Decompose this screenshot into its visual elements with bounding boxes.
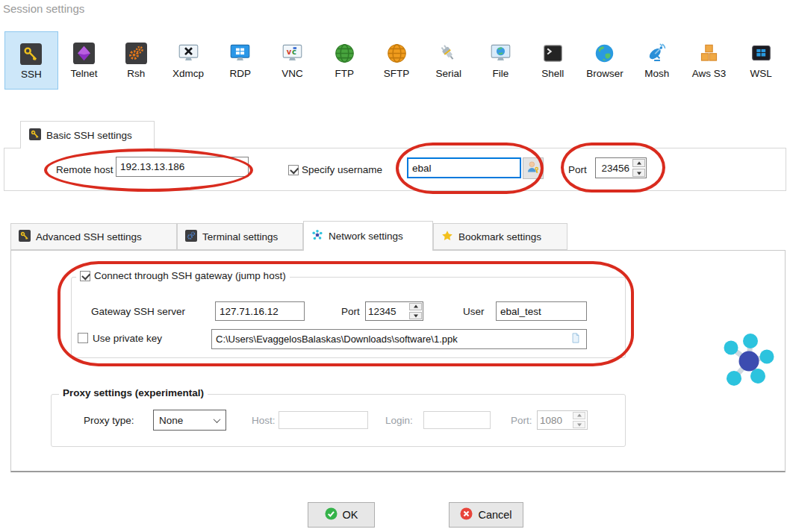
proxy-login-label: Login: [385,415,413,426]
proxy-port-label: Port: [511,415,532,426]
spin-down-button[interactable] [409,312,422,319]
session-type-label: WSL [750,68,772,79]
proxy-host-input[interactable] [279,411,368,429]
tab-terminal-settings[interactable]: Terminal settings [177,223,303,250]
gateway-enable-label: Connect through SSH gateway (jump host) [94,270,286,281]
gateway-port-spinner[interactable]: 12345 [365,301,423,321]
network-hub-illustration-icon [706,319,790,405]
port-spinner[interactable]: 23456 [595,157,647,178]
gateway-legend: Connect through SSH gateway (jump host) [76,270,290,281]
gateway-port-label: Port [341,306,360,317]
spin-down-button[interactable] [632,169,645,177]
x11-monitor-icon [178,40,199,66]
window-title: Session settings [3,2,84,15]
session-type-label: Shell [541,68,564,79]
session-type-sftp[interactable]: SFTP [370,31,423,90]
gears-icon [125,40,147,66]
proxy-settings-group: Proxy settings (experimental) Proxy type… [51,394,626,447]
ssh-key-icon [19,230,31,244]
session-type-label: VNC [282,68,303,79]
document-icon[interactable] [570,333,581,345]
session-type-label: Rsh [127,68,145,79]
proxy-group-title: Proxy settings (experimental) [59,387,208,398]
orange-globe-icon [386,40,408,66]
vnc-monitor-icon: vc [282,40,303,66]
terminal-icon [542,40,564,66]
ssh-key-icon [29,128,41,143]
use-private-key-checkbox[interactable] [78,333,88,343]
gateway-user-input[interactable] [496,301,587,321]
spin-up-button[interactable] [632,159,645,167]
port-value[interactable]: 23456 [596,158,632,178]
proxy-type-select[interactable]: None [153,410,226,431]
remote-host-input[interactable] [116,157,249,177]
specify-username-label: Specify username [302,164,382,175]
session-settings-dialog: Session settings SSH Telnet Rsh Xdmcp RD… [0,0,790,532]
session-type-label: SFTP [384,68,410,79]
tab-label: Bookmark settings [458,231,541,242]
svg-text:v: v [287,48,292,56]
session-type-label: Telnet [71,68,98,79]
gateway-enable-checkbox[interactable] [80,271,90,281]
specify-username-checkbox[interactable] [288,165,299,175]
session-type-shell[interactable]: Shell [526,31,579,90]
tab-network-settings[interactable]: Network settings [303,221,433,251]
private-key-path-input[interactable] [211,329,587,349]
session-type-rdp[interactable]: RDP [214,31,267,90]
session-type-ftp[interactable]: FTP [318,31,370,90]
spin-down-button [573,421,585,428]
check-circle-icon [325,507,338,522]
terminal-gears-icon [185,230,197,244]
session-type-xdmcp[interactable]: Xdmcp [162,31,214,90]
gateway-server-input[interactable] [215,301,305,321]
proxy-type-value: None [154,415,208,426]
satellite-dish-icon [646,40,668,66]
session-type-browser[interactable]: Browser [579,31,631,90]
session-type-telnet[interactable]: Telnet [58,31,111,90]
username-input[interactable] [407,157,521,178]
tab-label: Basic SSH settings [46,130,132,141]
proxy-login-input[interactable] [423,411,491,429]
gateway-port-value[interactable]: 12345 [366,302,408,320]
session-type-mosh[interactable]: Mosh [631,31,683,90]
spin-up-button [573,412,585,419]
proxy-type-label: Proxy type: [84,415,134,426]
session-type-label: Serial [435,68,461,79]
tab-bookmark-settings[interactable]: Bookmark settings [433,223,567,250]
port-label: Port [568,164,587,175]
spin-up-button[interactable] [409,303,422,310]
select-user-button[interactable] [523,157,544,179]
session-type-label: Browser [586,68,623,79]
session-type-label: RDP [230,68,252,79]
session-type-label: SSH [21,69,42,80]
session-type-bar: SSH Telnet Rsh Xdmcp RDP vc VNC FTP SFTP [4,31,787,91]
ssh-gateway-group: Connect through SSH gateway (jump host) … [71,277,626,358]
session-type-ssh[interactable]: SSH [4,31,58,90]
tab-advanced-ssh-settings[interactable]: Advanced SSH settings [10,223,177,250]
file-transfer-monitor-icon [490,40,511,66]
cancel-button[interactable]: Cancel [449,502,523,528]
session-type-vnc[interactable]: vc VNC [267,31,319,90]
proxy-port-spinner: 1080 [537,410,588,430]
cancel-button-label: Cancel [478,509,511,521]
remote-host-label: Remote host * [56,164,120,175]
gem-icon [73,40,95,66]
session-type-label: Xdmcp [172,68,204,79]
gateway-user-label: User [463,306,485,317]
session-type-rsh[interactable]: Rsh [110,31,162,90]
ok-button[interactable]: OK [308,502,375,528]
star-icon [441,230,453,244]
tab-label: Terminal settings [202,231,278,242]
tab-basic-ssh-settings[interactable]: Basic SSH settings [20,121,155,148]
s3-cubes-icon [698,40,720,66]
chevron-down-icon [208,410,226,430]
session-type-aws-s3[interactable]: Aws S3 [683,31,735,90]
proxy-port-value: 1080 [538,411,572,429]
session-type-serial[interactable]: Serial [423,31,475,90]
session-type-file[interactable]: File [475,31,527,90]
ok-button-label: OK [343,509,358,521]
plug-icon [438,40,459,66]
gateway-server-label: Gateway SSH server [91,306,185,317]
browser-globe-icon [594,40,615,66]
session-type-wsl[interactable]: WSL [735,31,787,90]
